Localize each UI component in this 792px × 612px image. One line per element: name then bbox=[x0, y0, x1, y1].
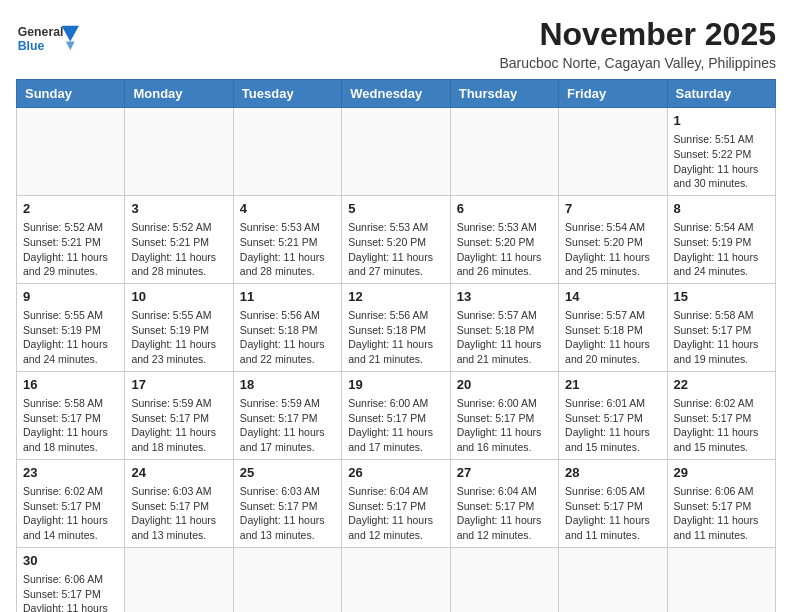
calendar-cell: 27Sunrise: 6:04 AMSunset: 5:17 PMDayligh… bbox=[450, 459, 558, 547]
day-number: 10 bbox=[131, 288, 226, 306]
day-number: 17 bbox=[131, 376, 226, 394]
day-number: 24 bbox=[131, 464, 226, 482]
day-info: Sunrise: 6:00 AMSunset: 5:17 PMDaylight:… bbox=[348, 396, 443, 455]
weekday-header-monday: Monday bbox=[125, 80, 233, 108]
day-number: 11 bbox=[240, 288, 335, 306]
calendar-cell bbox=[233, 108, 341, 196]
logo-svg: General Blue bbox=[16, 16, 86, 66]
day-number: 16 bbox=[23, 376, 118, 394]
calendar-cell: 28Sunrise: 6:05 AMSunset: 5:17 PMDayligh… bbox=[559, 459, 667, 547]
day-info: Sunrise: 5:53 AMSunset: 5:21 PMDaylight:… bbox=[240, 220, 335, 279]
calendar-cell bbox=[559, 547, 667, 612]
calendar-cell: 22Sunrise: 6:02 AMSunset: 5:17 PMDayligh… bbox=[667, 371, 775, 459]
day-number: 13 bbox=[457, 288, 552, 306]
day-number: 5 bbox=[348, 200, 443, 218]
calendar-cell: 14Sunrise: 5:57 AMSunset: 5:18 PMDayligh… bbox=[559, 283, 667, 371]
subtitle: Barucboc Norte, Cagayan Valley, Philippi… bbox=[499, 55, 776, 71]
day-info: Sunrise: 5:56 AMSunset: 5:18 PMDaylight:… bbox=[348, 308, 443, 367]
day-info: Sunrise: 5:52 AMSunset: 5:21 PMDaylight:… bbox=[131, 220, 226, 279]
calendar-cell: 16Sunrise: 5:58 AMSunset: 5:17 PMDayligh… bbox=[17, 371, 125, 459]
calendar-cell bbox=[667, 547, 775, 612]
day-info: Sunrise: 5:53 AMSunset: 5:20 PMDaylight:… bbox=[457, 220, 552, 279]
calendar-cell bbox=[233, 547, 341, 612]
calendar-cell: 25Sunrise: 6:03 AMSunset: 5:17 PMDayligh… bbox=[233, 459, 341, 547]
day-number: 18 bbox=[240, 376, 335, 394]
day-info: Sunrise: 5:57 AMSunset: 5:18 PMDaylight:… bbox=[457, 308, 552, 367]
svg-marker-2 bbox=[62, 26, 80, 42]
calendar-cell: 15Sunrise: 5:58 AMSunset: 5:17 PMDayligh… bbox=[667, 283, 775, 371]
day-number: 21 bbox=[565, 376, 660, 394]
day-number: 27 bbox=[457, 464, 552, 482]
calendar-cell: 4Sunrise: 5:53 AMSunset: 5:21 PMDaylight… bbox=[233, 195, 341, 283]
day-info: Sunrise: 5:52 AMSunset: 5:21 PMDaylight:… bbox=[23, 220, 118, 279]
main-title: November 2025 bbox=[499, 16, 776, 53]
day-info: Sunrise: 6:05 AMSunset: 5:17 PMDaylight:… bbox=[565, 484, 660, 543]
weekday-header-thursday: Thursday bbox=[450, 80, 558, 108]
day-info: Sunrise: 5:59 AMSunset: 5:17 PMDaylight:… bbox=[131, 396, 226, 455]
day-number: 28 bbox=[565, 464, 660, 482]
logo-wrap: General Blue bbox=[16, 16, 86, 66]
calendar-cell bbox=[125, 108, 233, 196]
day-number: 1 bbox=[674, 112, 769, 130]
weekday-header-tuesday: Tuesday bbox=[233, 80, 341, 108]
day-info: Sunrise: 6:02 AMSunset: 5:17 PMDaylight:… bbox=[674, 396, 769, 455]
calendar-cell bbox=[559, 108, 667, 196]
calendar-cell: 9Sunrise: 5:55 AMSunset: 5:19 PMDaylight… bbox=[17, 283, 125, 371]
calendar-week-row: 30Sunrise: 6:06 AMSunset: 5:17 PMDayligh… bbox=[17, 547, 776, 612]
day-info: Sunrise: 6:00 AMSunset: 5:17 PMDaylight:… bbox=[457, 396, 552, 455]
day-number: 15 bbox=[674, 288, 769, 306]
calendar-cell: 21Sunrise: 6:01 AMSunset: 5:17 PMDayligh… bbox=[559, 371, 667, 459]
calendar-cell bbox=[342, 108, 450, 196]
day-info: Sunrise: 5:54 AMSunset: 5:20 PMDaylight:… bbox=[565, 220, 660, 279]
header: General Blue November 2025 Barucboc Nort… bbox=[16, 16, 776, 71]
day-info: Sunrise: 6:03 AMSunset: 5:17 PMDaylight:… bbox=[131, 484, 226, 543]
calendar-cell bbox=[17, 108, 125, 196]
day-info: Sunrise: 5:51 AMSunset: 5:22 PMDaylight:… bbox=[674, 132, 769, 191]
day-info: Sunrise: 6:03 AMSunset: 5:17 PMDaylight:… bbox=[240, 484, 335, 543]
day-number: 7 bbox=[565, 200, 660, 218]
day-info: Sunrise: 5:58 AMSunset: 5:17 PMDaylight:… bbox=[23, 396, 118, 455]
day-info: Sunrise: 5:55 AMSunset: 5:19 PMDaylight:… bbox=[23, 308, 118, 367]
weekday-header-wednesday: Wednesday bbox=[342, 80, 450, 108]
svg-text:Blue: Blue bbox=[18, 39, 45, 53]
day-info: Sunrise: 5:54 AMSunset: 5:19 PMDaylight:… bbox=[674, 220, 769, 279]
calendar-week-row: 9Sunrise: 5:55 AMSunset: 5:19 PMDaylight… bbox=[17, 283, 776, 371]
day-number: 8 bbox=[674, 200, 769, 218]
weekday-header-row: SundayMondayTuesdayWednesdayThursdayFrid… bbox=[17, 80, 776, 108]
page-container: General Blue November 2025 Barucboc Nort… bbox=[16, 16, 776, 612]
calendar-cell: 11Sunrise: 5:56 AMSunset: 5:18 PMDayligh… bbox=[233, 283, 341, 371]
day-number: 12 bbox=[348, 288, 443, 306]
calendar-cell: 30Sunrise: 6:06 AMSunset: 5:17 PMDayligh… bbox=[17, 547, 125, 612]
day-number: 23 bbox=[23, 464, 118, 482]
day-number: 22 bbox=[674, 376, 769, 394]
calendar-cell: 1Sunrise: 5:51 AMSunset: 5:22 PMDaylight… bbox=[667, 108, 775, 196]
day-info: Sunrise: 5:58 AMSunset: 5:17 PMDaylight:… bbox=[674, 308, 769, 367]
svg-text:General: General bbox=[18, 25, 64, 39]
day-number: 19 bbox=[348, 376, 443, 394]
calendar-cell: 5Sunrise: 5:53 AMSunset: 5:20 PMDaylight… bbox=[342, 195, 450, 283]
calendar-cell: 24Sunrise: 6:03 AMSunset: 5:17 PMDayligh… bbox=[125, 459, 233, 547]
day-info: Sunrise: 5:53 AMSunset: 5:20 PMDaylight:… bbox=[348, 220, 443, 279]
day-number: 26 bbox=[348, 464, 443, 482]
calendar-week-row: 2Sunrise: 5:52 AMSunset: 5:21 PMDaylight… bbox=[17, 195, 776, 283]
title-area: November 2025 Barucboc Norte, Cagayan Va… bbox=[499, 16, 776, 71]
day-info: Sunrise: 5:59 AMSunset: 5:17 PMDaylight:… bbox=[240, 396, 335, 455]
calendar-cell: 29Sunrise: 6:06 AMSunset: 5:17 PMDayligh… bbox=[667, 459, 775, 547]
calendar-week-row: 23Sunrise: 6:02 AMSunset: 5:17 PMDayligh… bbox=[17, 459, 776, 547]
day-number: 30 bbox=[23, 552, 118, 570]
day-number: 14 bbox=[565, 288, 660, 306]
calendar-cell bbox=[450, 547, 558, 612]
calendar-cell: 8Sunrise: 5:54 AMSunset: 5:19 PMDaylight… bbox=[667, 195, 775, 283]
calendar-cell: 23Sunrise: 6:02 AMSunset: 5:17 PMDayligh… bbox=[17, 459, 125, 547]
calendar-cell: 19Sunrise: 6:00 AMSunset: 5:17 PMDayligh… bbox=[342, 371, 450, 459]
calendar-cell: 2Sunrise: 5:52 AMSunset: 5:21 PMDaylight… bbox=[17, 195, 125, 283]
weekday-header-sunday: Sunday bbox=[17, 80, 125, 108]
day-info: Sunrise: 6:01 AMSunset: 5:17 PMDaylight:… bbox=[565, 396, 660, 455]
calendar-cell: 26Sunrise: 6:04 AMSunset: 5:17 PMDayligh… bbox=[342, 459, 450, 547]
calendar-cell bbox=[125, 547, 233, 612]
calendar-cell: 10Sunrise: 5:55 AMSunset: 5:19 PMDayligh… bbox=[125, 283, 233, 371]
day-number: 3 bbox=[131, 200, 226, 218]
weekday-header-friday: Friday bbox=[559, 80, 667, 108]
calendar-cell: 6Sunrise: 5:53 AMSunset: 5:20 PMDaylight… bbox=[450, 195, 558, 283]
calendar-cell: 12Sunrise: 5:56 AMSunset: 5:18 PMDayligh… bbox=[342, 283, 450, 371]
